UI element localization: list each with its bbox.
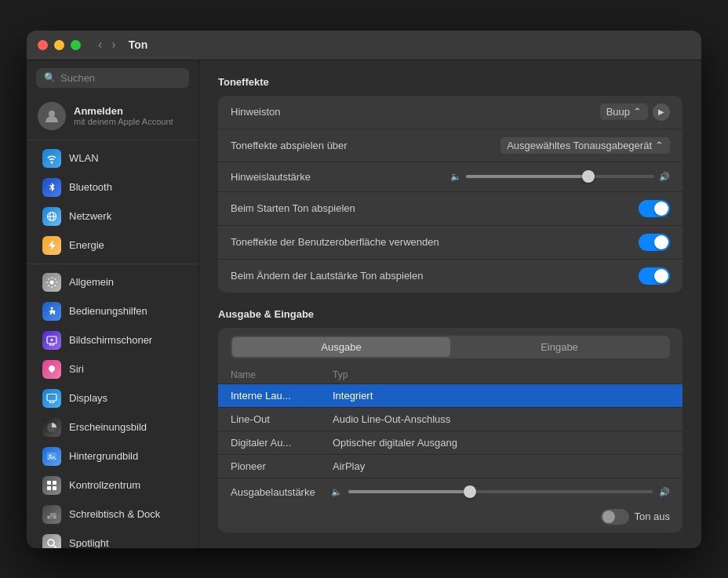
sidebar-item-erscheinungsbild[interactable]: Erscheinungsbild bbox=[31, 413, 194, 442]
mute-toggle[interactable] bbox=[601, 509, 629, 525]
search-input[interactable] bbox=[60, 72, 181, 84]
svg-point-20 bbox=[48, 540, 54, 546]
ausgabe-slider-fill bbox=[348, 490, 470, 493]
back-button[interactable]: ‹ bbox=[95, 36, 105, 53]
minimize-button[interactable] bbox=[54, 40, 64, 50]
sidebar-item-spotlight[interactable]: Spotlight bbox=[31, 529, 194, 548]
search-icon: 🔍 bbox=[44, 72, 56, 83]
svg-rect-15 bbox=[53, 486, 56, 490]
benutzeroberflache-ton-toggle[interactable] bbox=[639, 234, 670, 251]
hinweislautstärke-label: Hinweislautstärke bbox=[231, 171, 450, 183]
ausgabelautstärke-label: Ausgabelautstärke bbox=[231, 486, 325, 498]
svg-point-4 bbox=[50, 280, 54, 284]
starten-ton-toggle[interactable] bbox=[639, 200, 670, 217]
volume-high-icon: 🔊 bbox=[659, 172, 670, 182]
hinweiston-play-button[interactable]: ▶ bbox=[653, 104, 670, 121]
svg-point-7 bbox=[51, 339, 53, 341]
table-row[interactable]: Digitaler Au... Optischer digitaler Ausg… bbox=[218, 431, 682, 455]
toneffekte-output-row: Toneffekte abspielen über Ausgewähltes T… bbox=[218, 129, 682, 162]
sidebar-item-displays[interactable]: Displays bbox=[31, 384, 194, 413]
siri-icon bbox=[42, 360, 61, 379]
sidebar-item-siri[interactable]: Siri bbox=[31, 355, 194, 384]
toggle-knob-2 bbox=[654, 235, 668, 249]
sidebar-item-hintergrundbild[interactable]: Hintergrundbild bbox=[31, 442, 194, 471]
sidebar-item-kontrollzentrum[interactable]: Kontrollzentrum bbox=[31, 471, 194, 500]
hinweiston-value: Buup ⌃ ▶ bbox=[600, 104, 670, 121]
table-row[interactable]: Line-Out Audio Line-Out-Anschluss bbox=[218, 408, 682, 431]
row-type-0: Integriert bbox=[333, 390, 670, 402]
sidebar-item-label-netzwerk: Netzwerk bbox=[69, 210, 111, 222]
sidebar: 🔍 Anmelden mit deinem Apple Account bbox=[27, 60, 199, 548]
forward-button[interactable]: › bbox=[108, 36, 118, 53]
account-text: Anmelden mit deinem Apple Account bbox=[74, 105, 173, 126]
lautstärke-ton-toggle[interactable] bbox=[639, 267, 670, 285]
svg-point-5 bbox=[51, 307, 53, 309]
mute-row: Ton aus bbox=[218, 506, 682, 533]
lautstärke-ton-label: Beim Ändern der Lautstärke Ton abspielen bbox=[231, 270, 639, 282]
eingabe-tab[interactable]: Eingabe bbox=[450, 337, 668, 357]
toneffekte-card: Hinweiston Buup ⌃ ▶ Toneffekte abspielen… bbox=[218, 96, 682, 293]
sidebar-section-2: Allgemein Bedienungshilfen Bildschirmsch… bbox=[27, 264, 198, 548]
table-row[interactable]: Pioneer AirPlay bbox=[218, 455, 682, 478]
sidebar-item-label-displays: Displays bbox=[69, 392, 107, 404]
titlebar: ‹ › Ton bbox=[27, 31, 701, 60]
sidebar-item-wlan[interactable]: WLAN bbox=[31, 144, 194, 173]
ausgabe-slider-thumb[interactable] bbox=[464, 485, 476, 498]
kontrollzentrum-icon bbox=[42, 476, 61, 495]
slider-fill bbox=[466, 175, 588, 178]
hinweiston-row: Hinweiston Buup ⌃ ▶ bbox=[218, 96, 682, 129]
toggle-knob-3 bbox=[654, 269, 668, 283]
sidebar-item-label-bildschirmschoner: Bildschirmschoner bbox=[69, 334, 152, 346]
svg-rect-8 bbox=[47, 394, 56, 401]
ausgabe-slider-track[interactable] bbox=[348, 490, 653, 493]
sidebar-item-label-allgemein: Allgemein bbox=[69, 276, 114, 288]
mute-label: Ton aus bbox=[634, 511, 670, 522]
svg-rect-14 bbox=[47, 486, 51, 490]
sidebar-item-label-schreibtisch: Schreibtisch & Dock bbox=[69, 508, 160, 520]
svg-rect-12 bbox=[47, 481, 51, 485]
svg-point-18 bbox=[48, 516, 50, 518]
ausgabe-eingabe-section-title: Ausgabe & Eingabe bbox=[218, 308, 682, 320]
output-table: Name Typ Interne Lau... Integriert Line-… bbox=[218, 366, 682, 478]
row-type-3: AirPlay bbox=[333, 460, 670, 472]
ausgabelautstärke-row: Ausgabelautstärke 🔈 🔊 bbox=[218, 478, 682, 506]
spotlight-icon bbox=[42, 534, 61, 548]
toneffekte-output-label: Toneffekte abspielen über bbox=[231, 140, 500, 151]
svg-point-0 bbox=[49, 111, 55, 117]
row-name-1: Line-Out bbox=[231, 413, 333, 425]
close-button[interactable] bbox=[38, 40, 48, 50]
netzwerk-icon bbox=[42, 207, 61, 226]
nav-arrows: ‹ › bbox=[95, 36, 119, 53]
row-type-2: Optischer digitaler Ausgang bbox=[333, 437, 670, 449]
sidebar-item-bluetooth[interactable]: Bluetooth bbox=[31, 173, 194, 202]
sidebar-item-netzwerk[interactable]: Netzwerk bbox=[31, 202, 194, 231]
sidebar-item-bildschirmschoner[interactable]: Bildschirmschoner bbox=[31, 326, 194, 354]
svg-point-11 bbox=[49, 454, 52, 456]
toneffekte-output-dropdown[interactable]: Ausgewähltes Tonausgabegerät ⌃ bbox=[500, 137, 670, 154]
sidebar-item-label-bluetooth: Bluetooth bbox=[69, 181, 112, 193]
sidebar-item-bedienungshilfen[interactable]: Bedienungshilfen bbox=[31, 297, 194, 325]
account-item[interactable]: Anmelden mit deinem Apple Account bbox=[27, 96, 198, 136]
slider-track[interactable] bbox=[466, 175, 654, 178]
svg-line-21 bbox=[53, 545, 56, 548]
account-name: Anmelden bbox=[74, 105, 173, 117]
sidebar-item-allgemein[interactable]: Allgemein bbox=[31, 268, 194, 296]
displays-icon bbox=[42, 389, 61, 408]
table-row[interactable]: Interne Lau... Integriert bbox=[218, 384, 682, 408]
sidebar-item-energie[interactable]: Energie bbox=[31, 231, 194, 260]
row-name-2: Digitaler Au... bbox=[231, 437, 333, 449]
hinweiston-dropdown[interactable]: Buup ⌃ bbox=[600, 104, 648, 120]
search-bar[interactable]: 🔍 bbox=[36, 68, 189, 88]
hinweislautstärke-slider[interactable]: 🔈 🔊 bbox=[450, 172, 670, 182]
slider-thumb[interactable] bbox=[582, 170, 595, 183]
sidebar-item-schreibtisch[interactable]: Schreibtisch & Dock bbox=[31, 500, 194, 529]
maximize-button[interactable] bbox=[71, 40, 81, 50]
sidebar-item-label-erscheinungsbild: Erscheinungsbild bbox=[69, 421, 147, 433]
window-title: Ton bbox=[129, 38, 148, 51]
hinweiston-label: Hinweiston bbox=[231, 106, 600, 118]
ausgabe-tab[interactable]: Ausgabe bbox=[232, 337, 450, 357]
row-name-3: Pioneer bbox=[231, 460, 333, 472]
output-input-tabs: Ausgabe Eingabe bbox=[231, 336, 670, 358]
hintergrundbild-icon bbox=[42, 447, 61, 466]
bildschirmschoner-icon bbox=[42, 331, 61, 350]
